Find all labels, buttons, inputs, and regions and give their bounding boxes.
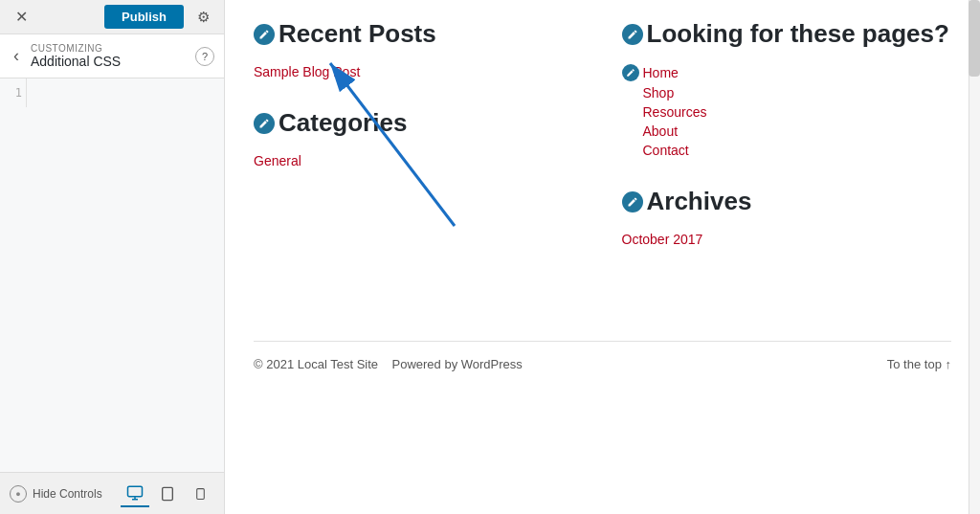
publish-area: Publish ⚙ (104, 4, 216, 31)
looking-for-title: Looking for these pages? (622, 19, 952, 49)
svg-rect-5 (196, 488, 204, 499)
code-editor-area: 1 (0, 78, 224, 472)
svg-line-8 (330, 63, 455, 226)
scrollbar-thumb[interactable] (969, 0, 980, 77)
bottom-bar: ● Hide Controls (0, 472, 224, 514)
nav-contact-link[interactable]: Contact (643, 143, 952, 158)
svg-rect-3 (163, 487, 173, 500)
close-button[interactable]: ✕ (8, 4, 34, 31)
archives-title: Archives (622, 187, 952, 216)
back-bar: ‹ Customizing Additional CSS ? (0, 34, 224, 78)
device-buttons (121, 480, 214, 507)
scrollbar[interactable] (969, 0, 980, 514)
line-numbers: 1 (0, 78, 27, 107)
footer-powered-by[interactable]: Powered by WordPress (392, 357, 523, 371)
recent-posts-edit-icon[interactable] (254, 24, 275, 45)
css-input[interactable] (29, 78, 224, 472)
nav-shop-link[interactable]: Shop (643, 85, 952, 101)
nav-links: Home Shop Resources About Contact (622, 64, 952, 158)
archive-link-1[interactable]: October 2017 (622, 232, 952, 247)
archives-widget: Archives October 2017 (622, 187, 952, 247)
widgets-row: Recent Posts Sample Blog Post Categories… (254, 19, 951, 312)
arrow-area (254, 197, 584, 312)
nav-home-link[interactable]: Home (643, 65, 679, 80)
hide-icon: ● (10, 485, 27, 503)
nav-about-link[interactable]: About (643, 123, 952, 139)
categories-edit-icon[interactable] (254, 113, 275, 134)
section-title: Additional CSS (31, 54, 188, 69)
nav-home-edit-icon[interactable] (622, 64, 639, 81)
hide-controls[interactable]: ● Hide Controls (10, 485, 102, 503)
preview-content: Recent Posts Sample Blog Post Categories… (225, 0, 980, 391)
footer: © 2021 Local Test Site Powered by WordPr… (254, 341, 951, 371)
left-panel: ✕ Publish ⚙ ‹ Customizing Additional CSS… (0, 0, 225, 514)
back-button[interactable]: ‹ (10, 46, 23, 66)
device-mobile-button[interactable] (186, 480, 214, 507)
nav-link-home: Home (622, 64, 952, 81)
footer-to-top[interactable]: To the top ↑ (887, 357, 951, 371)
blue-arrow (273, 25, 483, 245)
widget-left: Recent Posts Sample Blog Post Categories… (254, 19, 622, 312)
publish-button[interactable]: Publish (104, 5, 184, 29)
device-tablet-button[interactable] (153, 480, 182, 507)
customizing-label: Customizing Additional CSS (31, 43, 188, 69)
archives-edit-icon[interactable] (622, 191, 643, 212)
nav-resources-link[interactable]: Resources (643, 104, 952, 120)
footer-copyright: © 2021 Local Test Site Powered by WordPr… (254, 357, 523, 371)
hide-controls-label: Hide Controls (33, 487, 102, 501)
widget-right: Looking for these pages? Home Shop Resou… (622, 19, 952, 312)
customizing-text: Customizing (31, 43, 188, 54)
svg-rect-0 (128, 486, 143, 497)
right-panel: Recent Posts Sample Blog Post Categories… (225, 0, 980, 514)
line-number-1: 1 (15, 86, 22, 100)
device-desktop-button[interactable] (121, 480, 149, 507)
gear-button[interactable]: ⚙ (189, 4, 216, 31)
help-button[interactable]: ? (195, 47, 214, 66)
looking-for-edit-icon[interactable] (622, 24, 643, 45)
top-bar: ✕ Publish ⚙ (0, 0, 224, 34)
looking-for-widget: Looking for these pages? Home Shop Resou… (622, 19, 952, 158)
